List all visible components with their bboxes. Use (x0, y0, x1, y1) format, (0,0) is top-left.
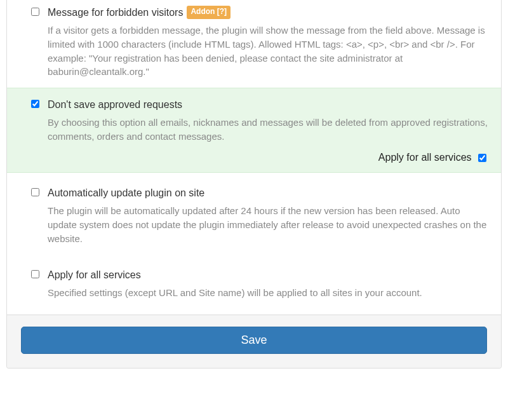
apply-for-all-inline-checkbox[interactable] (478, 154, 486, 162)
setting-auto-update: Automatically update plugin on site The … (7, 173, 501, 254)
apply-for-all-inline: Apply for all services (31, 150, 488, 165)
setting-message-forbidden-checkbox[interactable] (31, 8, 39, 16)
footer-bar: Save (7, 315, 501, 368)
setting-apply-all-desc: Specified settings (except URL and Site … (48, 286, 488, 300)
settings-panel: Message for forbidden visitors Addon [?]… (6, 0, 502, 369)
setting-apply-all-checkbox[interactable] (31, 270, 39, 278)
setting-auto-update-checkbox[interactable] (31, 188, 39, 196)
setting-apply-all-title: Apply for all services (48, 268, 141, 282)
setting-dont-save-approved: Don't save approved requests By choosing… (7, 88, 501, 173)
setting-message-forbidden: Message for forbidden visitors Addon [?]… (7, 0, 501, 88)
setting-dont-save-approved-title: Don't save approved requests (48, 97, 182, 112)
setting-dont-save-approved-desc: By choosing this option all emails, nick… (48, 116, 488, 144)
save-button[interactable]: Save (21, 327, 487, 354)
addon-badge[interactable]: Addon [?] (187, 6, 231, 18)
settings-list: Message for forbidden visitors Addon [?]… (7, 0, 501, 315)
setting-dont-save-approved-checkbox[interactable] (31, 100, 39, 108)
setting-auto-update-title: Automatically update plugin on site (48, 186, 204, 200)
setting-auto-update-desc: The plugin will be automatically updated… (48, 204, 488, 245)
setting-message-forbidden-title: Message for forbidden visitors (48, 5, 183, 20)
setting-message-forbidden-desc: If a visitor gets a forbidden message, t… (48, 24, 488, 79)
setting-apply-all: Apply for all services Specified setting… (7, 255, 501, 315)
apply-for-all-inline-label: Apply for all services (378, 152, 472, 163)
